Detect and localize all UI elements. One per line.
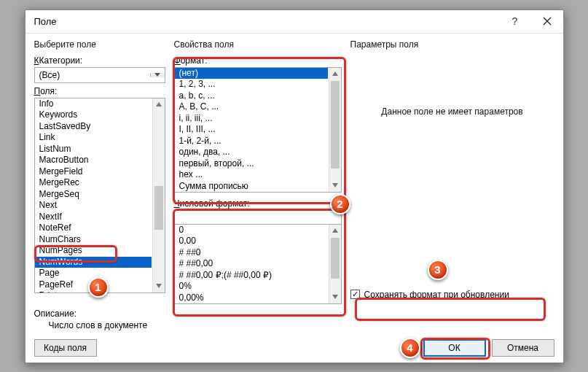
- list-item[interactable]: LastSavedBy: [35, 121, 152, 133]
- list-item[interactable]: Next: [35, 200, 152, 212]
- categories-combo[interactable]: (Все): [34, 67, 165, 83]
- cancel-button[interactable]: Отмена: [492, 339, 554, 357]
- categories-label: ККатегории:: [34, 55, 165, 66]
- list-item[interactable]: NoteRef: [35, 222, 152, 234]
- list-item[interactable]: 0: [175, 225, 328, 236]
- numeric-format-listbox[interactable]: 00,00# ##0# ##0,00# ##0,00 ₽;(# ##0,00 ₽…: [174, 224, 342, 304]
- scrollbar[interactable]: [329, 68, 341, 192]
- list-item[interactable]: один, два, ...: [175, 147, 328, 158]
- help-button[interactable]: ?: [499, 9, 531, 33]
- annotation-badge-4: 4: [400, 338, 420, 358]
- close-button[interactable]: [531, 9, 563, 33]
- list-item[interactable]: MacroButton: [35, 155, 152, 166]
- description-value: Число слов в документе: [34, 320, 554, 330]
- list-item[interactable]: Print: [35, 290, 152, 292]
- titlebar: Поле ?: [26, 10, 563, 34]
- list-item[interactable]: Info: [35, 98, 152, 110]
- dialog-title: Поле: [26, 16, 57, 27]
- format-listbox[interactable]: (нет)1, 2, 3, ...a, b, c, ...A, B, C, ..…: [174, 67, 342, 193]
- description-label: Описание:: [34, 309, 554, 319]
- close-icon: [543, 17, 552, 26]
- chevron-down-icon: [150, 73, 165, 77]
- numeric-format-input[interactable]: [174, 210, 342, 225]
- fields-label: Поля:: [34, 86, 165, 96]
- scrollbar[interactable]: [152, 98, 165, 292]
- list-item[interactable]: Link: [35, 132, 152, 144]
- list-item[interactable]: Page: [35, 268, 152, 279]
- list-item[interactable]: MergeField: [35, 166, 152, 178]
- list-item[interactable]: Keywords: [35, 109, 152, 121]
- list-item[interactable]: A, B, C, ...: [175, 101, 328, 113]
- list-item[interactable]: i, ii, iii, ...: [175, 113, 328, 125]
- no-params-message: Данное поле не имеет параметров: [350, 53, 554, 171]
- list-item[interactable]: первый, второй, ...: [175, 158, 328, 170]
- list-item[interactable]: 0,00: [175, 236, 328, 247]
- list-item[interactable]: MergeSeq: [35, 189, 152, 201]
- list-item[interactable]: PageRef: [35, 279, 152, 291]
- list-item[interactable]: ListNum: [35, 144, 152, 155]
- fields-listbox[interactable]: InfoKeywordsLastSavedByLinkListNumMacroB…: [34, 98, 165, 293]
- list-item[interactable]: I, II, III, ...: [175, 124, 328, 136]
- list-item[interactable]: NextIf: [35, 212, 152, 223]
- list-item[interactable]: NumPages: [35, 245, 152, 257]
- preserve-format-checkbox[interactable]: ✓ Сохранять формат при обновлении: [350, 290, 554, 300]
- field-codes-button[interactable]: Коды поля: [34, 339, 97, 357]
- list-item[interactable]: 1-й, 2-й, ...: [175, 136, 328, 147]
- list-item[interactable]: NumChars: [35, 234, 152, 246]
- list-item[interactable]: 0,00%: [175, 292, 328, 303]
- list-item[interactable]: hex ...: [175, 169, 328, 181]
- options-group-title: Параметры поля: [350, 39, 554, 50]
- list-item[interactable]: NumWords: [35, 257, 152, 268]
- categories-value: (Все): [35, 70, 150, 80]
- list-item[interactable]: 1, 2, 3, ...: [175, 79, 328, 90]
- list-item[interactable]: 0%: [175, 281, 328, 292]
- list-item[interactable]: # ##0: [175, 247, 328, 259]
- numeric-format-label: Числовой формат:: [174, 198, 342, 209]
- list-item[interactable]: # ##0,00 ₽;(# ##0,00 ₽): [175, 270, 328, 282]
- list-item[interactable]: Сумма прописью: [175, 181, 328, 192]
- field-dialog: Поле ? Выберите поле ККатегории: (Все) П…: [25, 9, 564, 363]
- ok-button[interactable]: ОК: [423, 339, 486, 357]
- properties-group-title: Свойства поля: [174, 39, 342, 50]
- checkbox-icon: ✓: [350, 290, 360, 299]
- list-item[interactable]: a, b, c, ...: [175, 90, 328, 102]
- preserve-format-label: Сохранять формат при обновлении: [364, 290, 509, 300]
- select-field-group-title: Выберите поле: [34, 39, 165, 50]
- list-item[interactable]: MergeRec: [35, 177, 152, 189]
- list-item[interactable]: (нет): [175, 68, 328, 80]
- list-item[interactable]: # ##0,00: [175, 258, 328, 270]
- scrollbar[interactable]: [329, 225, 341, 303]
- format-label: Формат:: [174, 55, 342, 66]
